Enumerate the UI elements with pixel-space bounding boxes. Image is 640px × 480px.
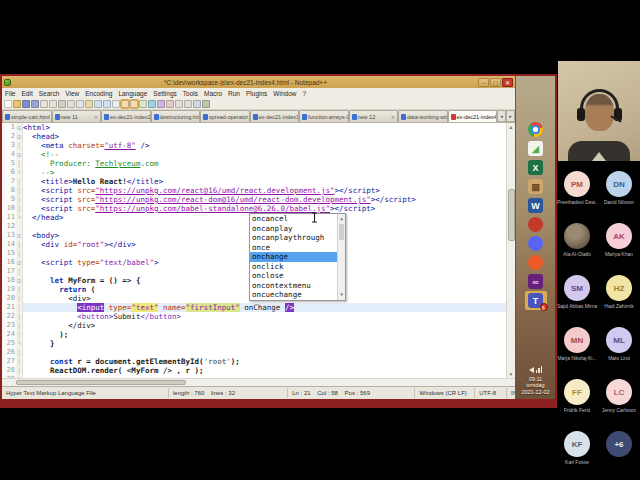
scroll-up-icon[interactable]: ▲ bbox=[509, 123, 514, 131]
autocomplete-item-oncanplaythrough[interactable]: oncanplaythrough bbox=[250, 233, 337, 243]
autocomplete-item-onchange[interactable]: onchange bbox=[250, 252, 337, 262]
tab-destructuring-html[interactable]: destructuring.html✕ bbox=[151, 110, 201, 122]
participant-tile[interactable]: LCJenny Carlsson bbox=[598, 376, 640, 428]
maximize-button[interactable]: ▢ bbox=[490, 78, 501, 87]
horizontal-scrollbar[interactable] bbox=[2, 378, 515, 386]
discord-taskbar-button[interactable] bbox=[525, 234, 547, 253]
volume-icon[interactable] bbox=[529, 367, 534, 373]
participant-tile[interactable]: MNMarja Nikolaj-Ki... bbox=[556, 324, 598, 376]
tab-ex-dec21-index2-html[interactable]: ex-dec21-index2.html✕ bbox=[101, 110, 151, 122]
tab-new-12[interactable]: new 12✕ bbox=[349, 110, 399, 122]
network-signal-icon[interactable] bbox=[536, 366, 543, 373]
fold-marker-icon[interactable]: ⊟ bbox=[16, 123, 22, 132]
cut-icon[interactable] bbox=[67, 100, 75, 108]
find-icon[interactable] bbox=[112, 100, 120, 108]
new-file-icon[interactable] bbox=[4, 100, 12, 108]
menu-settings[interactable]: Settings bbox=[150, 90, 180, 97]
menu-tools[interactable]: Tools bbox=[180, 90, 201, 97]
participant-tile[interactable]: KFKarl Fosse bbox=[556, 428, 598, 480]
word-taskbar-button[interactable]: W bbox=[525, 196, 547, 215]
menu-view[interactable]: View bbox=[62, 90, 82, 97]
tab-new-11[interactable]: new 11✕ bbox=[52, 110, 102, 122]
fold-marker-icon[interactable]: ⊟ bbox=[16, 258, 22, 267]
excel-taskbar-button[interactable]: X bbox=[525, 158, 547, 177]
tab-data-working-with-data-html[interactable]: data-working-with-data.html✕ bbox=[398, 110, 448, 122]
fold-marker-icon[interactable]: ⊟ bbox=[16, 231, 22, 240]
autocomplete-item-onclick[interactable]: onclick bbox=[250, 262, 337, 272]
fold-marker-icon[interactable]: ⊟ bbox=[16, 132, 22, 141]
autocomplete-item-oncontextmenu[interactable]: oncontextmenu bbox=[250, 281, 337, 291]
clipboard-app-taskbar-button[interactable]: ▤ bbox=[525, 177, 547, 196]
minimize-button[interactable]: – bbox=[478, 78, 489, 87]
menu-run[interactable]: Run bbox=[225, 90, 243, 97]
taskbar-clock[interactable]: 09:11torsdag2021-12-02 bbox=[521, 376, 549, 396]
horizontal-scrollbar-thumb[interactable] bbox=[16, 380, 186, 385]
autocomplete-item-onclose[interactable]: onclose bbox=[250, 271, 337, 281]
autocomplete-scroll-down-icon[interactable]: ▼ bbox=[338, 290, 345, 300]
menu-encoding[interactable]: Encoding bbox=[82, 90, 115, 97]
save-icon[interactable] bbox=[22, 100, 30, 108]
close-all-icon[interactable] bbox=[49, 100, 57, 108]
chrome-taskbar-button[interactable] bbox=[525, 120, 547, 139]
close-icon[interactable] bbox=[40, 100, 48, 108]
autocomplete-scroll-up-icon[interactable]: ▲ bbox=[338, 214, 345, 224]
doc-map-icon[interactable] bbox=[202, 100, 210, 108]
paste-icon[interactable] bbox=[85, 100, 93, 108]
autocomplete-item-oncancel[interactable]: oncancel bbox=[250, 214, 337, 224]
more-participants-tile[interactable]: +6 bbox=[598, 428, 640, 480]
teams-taskbar-button[interactable]: T6 bbox=[525, 291, 547, 310]
autocomplete-scrollbar[interactable]: ▲ ▼ bbox=[337, 214, 345, 300]
autocomplete-item-oncanplay[interactable]: oncanplay bbox=[250, 224, 337, 234]
redo-icon[interactable] bbox=[103, 100, 111, 108]
tab-ex-dec21-index3-html[interactable]: ex-dec21-index3.html✕ bbox=[250, 110, 300, 122]
menu-help[interactable]: ? bbox=[299, 90, 309, 97]
participant-tile[interactable]: SMSajid Abbas Mirnas bbox=[556, 272, 598, 324]
autocomplete-item-oncuechange[interactable]: oncuechange bbox=[250, 290, 337, 300]
autocomplete-item-once[interactable]: once bbox=[250, 243, 337, 253]
menu-edit[interactable]: Edit bbox=[18, 90, 35, 97]
undo-icon[interactable] bbox=[94, 100, 102, 108]
system-tray[interactable]: 09:11torsdag2021-12-02 bbox=[521, 366, 549, 396]
participant-tile[interactable]: DNDavid Nilsson bbox=[598, 168, 640, 220]
replace-icon[interactable] bbox=[121, 100, 129, 108]
word-wrap-icon[interactable] bbox=[148, 100, 156, 108]
print-icon[interactable] bbox=[58, 100, 66, 108]
tab-function-arrays-1-html[interactable]: function-arrays-1.html✕ bbox=[299, 110, 349, 122]
participant-tile[interactable]: FFFridrik Ferid bbox=[556, 376, 598, 428]
stop-macro-icon[interactable] bbox=[184, 100, 192, 108]
indent-guide-icon[interactable] bbox=[166, 100, 174, 108]
participant-tile[interactable]: Ala Al-Otaibi bbox=[556, 220, 598, 272]
participant-tile[interactable]: AKMariya Khan bbox=[598, 220, 640, 272]
menu-plugins[interactable]: Plugins bbox=[243, 90, 270, 97]
record-macro-icon[interactable] bbox=[175, 100, 183, 108]
tab-simple-cart-html[interactable]: simple-cart.html✕ bbox=[2, 110, 52, 122]
menu-language[interactable]: Language bbox=[115, 90, 150, 97]
tab-ex-dec21-index4-html[interactable]: ex-dec21-index4.html✕ bbox=[448, 110, 498, 122]
fold-margin[interactable]: ⊟⊟│⊟│└││││└⊟││⊟│⊟││││││└││││└ bbox=[16, 123, 23, 378]
open-folder-icon[interactable] bbox=[13, 100, 21, 108]
tab-scroll-left-icon[interactable]: ◂ bbox=[497, 110, 506, 122]
tab-close-icon[interactable]: ✕ bbox=[94, 114, 98, 120]
menu-macro[interactable]: Macro bbox=[201, 90, 225, 97]
menu-search[interactable]: Search bbox=[36, 90, 63, 97]
fold-marker-icon[interactable]: ⊟ bbox=[16, 276, 22, 285]
autocomplete-scrollbar-thumb[interactable] bbox=[339, 224, 344, 240]
participant-tile[interactable]: HZHadi Zahirnik bbox=[598, 272, 640, 324]
presenter-video-tile[interactable] bbox=[558, 61, 640, 161]
tab-scroll-right-icon[interactable]: ▸ bbox=[506, 110, 515, 122]
zoom-in-icon[interactable] bbox=[130, 100, 138, 108]
scroll-down-icon[interactable]: ▼ bbox=[509, 370, 514, 378]
close-button[interactable]: ✕ bbox=[502, 78, 513, 87]
tab-spread-operator-html[interactable]: spread-operator.html✕ bbox=[200, 110, 250, 122]
title-bar[interactable]: *C:\dev\workspace-js\ex-dec21-index4.htm… bbox=[2, 76, 515, 88]
photos-app-taskbar-button[interactable] bbox=[525, 215, 547, 234]
copy-icon[interactable] bbox=[76, 100, 84, 108]
chart-app-taskbar-button[interactable]: ◢ bbox=[525, 139, 547, 158]
vertical-scrollbar[interactable]: ▲ ▼ bbox=[506, 123, 515, 378]
menu-window[interactable]: Window bbox=[270, 90, 299, 97]
save-all-icon[interactable] bbox=[31, 100, 39, 108]
participant-tile[interactable]: MLMats Lind bbox=[598, 324, 640, 376]
fold-marker-icon[interactable]: ⊟ bbox=[16, 150, 22, 159]
menu-file[interactable]: File bbox=[2, 90, 18, 97]
brave-taskbar-button[interactable] bbox=[525, 253, 547, 272]
